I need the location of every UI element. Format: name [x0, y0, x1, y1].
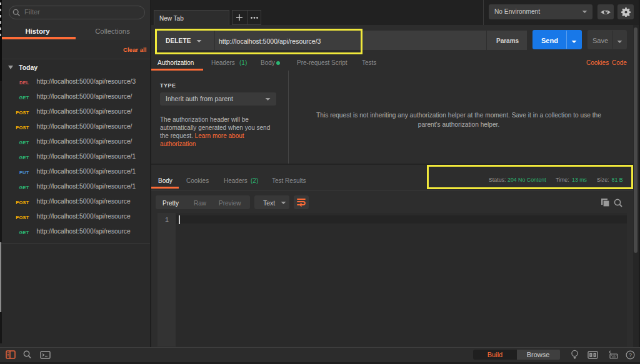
- svg-text:?: ?: [629, 352, 632, 358]
